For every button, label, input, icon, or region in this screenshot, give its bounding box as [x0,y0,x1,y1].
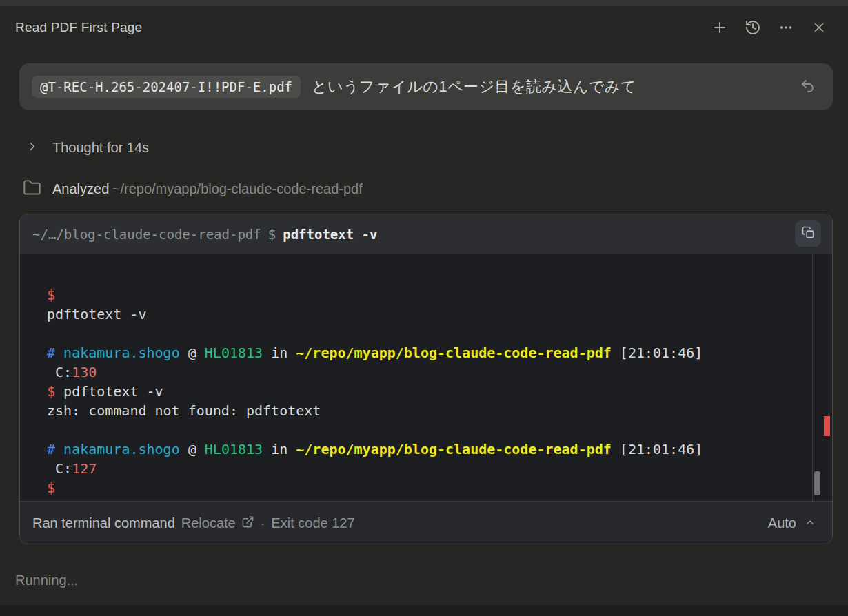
analyzed-row[interactable]: Analyzed ~/repo/myapp/blog-claude-code-r… [23,176,363,201]
history-button[interactable] [743,18,763,37]
terminal-line [47,324,805,343]
copy-button[interactable] [795,220,821,247]
terminal-line: C:130 [47,362,805,382]
footer-dot: · [261,515,265,531]
terminal-line: C:127 [47,459,805,478]
external-link-icon [241,515,254,532]
copy-icon [802,226,815,241]
close-icon [811,20,827,35]
folder-icon [23,178,41,200]
terminal-scrollbar[interactable] [812,254,832,501]
plus-icon [711,19,728,36]
terminal-prompt-symbol: $ [268,227,276,242]
header-actions [710,18,829,37]
running-status: Running... [15,573,78,588]
auto-toggle[interactable]: Auto [768,515,816,531]
terminal-line: zsh: command not found: pdftotext [47,401,805,420]
terminal-line: # nakamura.shogo @ HL01813 in ~/repo/mya… [47,343,805,362]
analyzed-label: Analyzed [52,181,109,196]
user-message-text: というファイルの1ページ目を読み込んでみて [312,76,636,97]
terminal-line: $ [47,285,805,305]
terminal-header: ~/…/blog-claude-code-read-pdf $ pdftotex… [20,214,832,254]
terminal-panel: ~/…/blog-claude-code-read-pdf $ pdftotex… [19,214,833,544]
terminal-output[interactable]: $pdftotext -v # nakamura.shogo @ HL01813… [20,254,832,501]
new-chat-button[interactable] [710,18,729,37]
terminal-status: Ran terminal command [32,515,175,531]
error-marker [824,416,830,436]
auto-label: Auto [768,515,796,531]
analyzed-path: ~/repo/myapp/blog-claude-code-read-pdf [112,181,363,196]
close-button[interactable] [809,18,829,37]
terminal-footer: Ran terminal command Relocate · Exit cod… [20,501,832,544]
chevron-right-icon [26,141,38,155]
terminal-command: pdftotext -v [283,227,377,242]
window-bottom-edge [0,605,848,616]
terminal-line: $ pdftotext -v [47,382,805,401]
exit-code: Exit code 127 [271,515,354,531]
chevron-up-icon [805,515,816,531]
relocate-link[interactable]: Relocate [181,515,254,532]
terminal-line [47,420,805,440]
terminal-cwd: ~/…/blog-claude-code-read-pdf [32,227,261,242]
relocate-label: Relocate [181,515,236,531]
user-message-box[interactable]: @T-REC-H.265-202407-I!!PDF-E.pdf というファイル… [19,63,833,110]
terminal-output-lines: $pdftotext -v # nakamura.shogo @ HL01813… [47,285,805,497]
history-icon [745,19,761,36]
terminal-line: # nakamura.shogo @ HL01813 in ~/repo/mya… [47,440,805,459]
undo-button[interactable] [794,73,822,101]
scrollbar-thumb[interactable] [814,471,820,495]
file-attachment-chip[interactable]: @T-REC-H.265-202407-I!!PDF-E.pdf [32,76,301,98]
more-options-button[interactable] [776,18,796,37]
page-title: Read PDF First Page [15,20,142,35]
thought-label: Thought for 14s [52,140,149,156]
thought-toggle[interactable]: Thought for 14s [26,136,149,158]
terminal-line: $ [47,478,805,497]
ellipsis-icon [778,19,794,36]
window-top-edge [0,0,848,6]
undo-icon [800,78,816,96]
dialog-header: Read PDF First Page [0,6,848,50]
terminal-line: pdftotext -v [47,305,805,324]
